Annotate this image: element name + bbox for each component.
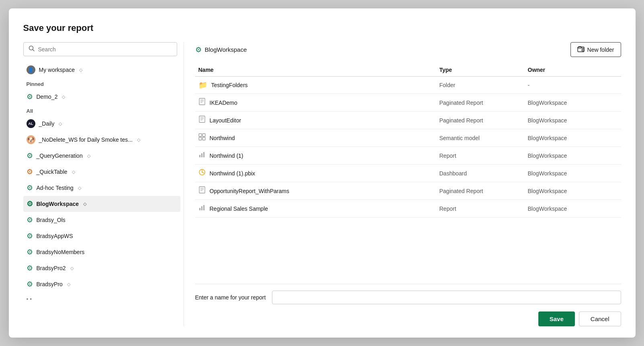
cancel-button[interactable]: Cancel <box>579 311 621 326</box>
table-row[interactable]: Northwind Semantic model BlogWorkspace <box>195 129 621 147</box>
sidebar-item-blogworkspace[interactable]: ⚙ BlogWorkspace ◇ <box>23 196 180 212</box>
cell-name: Northwind (1) <box>195 151 436 160</box>
sidebar-item-bradsynomembers[interactable]: ⚙ BradsyNoMembers <box>23 244 180 260</box>
item-type: Paginated Report <box>440 100 483 106</box>
paginated-report-icon <box>198 186 206 195</box>
svg-rect-6 <box>199 98 205 105</box>
cell-owner: - <box>525 82 613 88</box>
cell-name: OpportunityReport_WithParams <box>195 186 436 195</box>
item-name: Regional Sales Sample <box>210 206 268 212</box>
search-input[interactable] <box>38 46 172 53</box>
workspace-icon-orange: ⚙ <box>27 167 33 176</box>
diamond-icon: ◇ <box>62 94 65 100</box>
sidebar-item-more[interactable]: • • <box>23 292 180 306</box>
cell-owner: BlogWorkspace <box>525 135 613 141</box>
table-row[interactable]: Regional Sales Sample Report BlogWorkspa… <box>195 200 621 218</box>
sidebar-item-bradsypro[interactable]: ⚙ BradsyPro ◇ <box>23 276 180 292</box>
report-name-input[interactable] <box>272 291 621 304</box>
all-label: All <box>23 105 184 116</box>
cell-name: LayoutEditor <box>195 116 436 125</box>
sidebar-item-querygeneration[interactable]: ⚙ _QueryGeneration ◇ <box>23 148 180 164</box>
item-owner: BlogWorkspace <box>528 188 567 194</box>
table-row[interactable]: Northwind (1) Report BlogWorkspace <box>195 147 621 165</box>
diamond-icon: ◇ <box>70 266 74 271</box>
pinned-label: Pinned <box>23 78 184 89</box>
diamond-icon: ◇ <box>67 282 70 287</box>
cell-type: Semantic model <box>436 135 525 141</box>
bottom-area: Enter a name for your report Save Cancel <box>195 284 621 326</box>
svg-rect-28 <box>203 205 204 210</box>
item-owner: BlogWorkspace <box>528 206 567 212</box>
sidebar-item-label: Demo_2 <box>37 94 58 100</box>
table-row[interactable]: OpportunityReport_WithParams Paginated R… <box>195 182 621 200</box>
workspace-icon: ⚙ <box>27 216 33 224</box>
workspace-icon: ⚙ <box>27 151 33 160</box>
item-name: Northwind (1) <box>210 153 243 159</box>
svg-rect-15 <box>202 134 205 136</box>
table-body: 📁 TestingFolders Folder - <box>195 77 621 277</box>
sidebar-item-label: _NoDelete_WS for Daily Smoke tes... <box>39 136 133 143</box>
cell-name: Northwind <box>195 133 436 142</box>
report-name-row: Enter a name for your report <box>195 291 621 304</box>
save-button[interactable]: Save <box>538 311 575 326</box>
folder-icon: 📁 <box>198 81 207 90</box>
sidebar-item-bradsyols[interactable]: ⚙ Bradsy_Ols <box>23 212 180 228</box>
cell-owner: BlogWorkspace <box>525 188 613 194</box>
workspace-icon: ⚙ <box>27 199 33 208</box>
svg-rect-27 <box>201 206 202 210</box>
my-workspace-avatar: 👤 <box>27 65 35 74</box>
diamond-icon: ◇ <box>137 137 140 142</box>
sidebar-item-adhoc[interactable]: ⚙ Ad-hoc Testing ◇ <box>23 180 180 196</box>
svg-rect-14 <box>199 134 202 136</box>
sidebar-item-label: _QuickTable <box>37 169 67 175</box>
sidebar-item-myworkspace[interactable]: 👤 My workspace ◇ <box>23 62 180 78</box>
workspace-icon: ⚙ <box>27 264 33 273</box>
workspace-icon: ⚙ <box>27 92 33 101</box>
daily-avatar: AL <box>27 119 35 128</box>
my-workspace-diamond-icon: ◇ <box>79 67 82 73</box>
diamond-icon: ◇ <box>83 201 86 207</box>
svg-rect-17 <box>202 137 205 140</box>
nodelete-avatar: 🐶 <box>27 135 35 144</box>
breadcrumb: BlogWorkspace <box>205 46 247 53</box>
item-type: Paginated Report <box>440 188 483 194</box>
sidebar-item-label: _Daily <box>39 120 55 127</box>
item-owner: BlogWorkspace <box>528 153 567 159</box>
sidebar-item-quicktable[interactable]: ⚙ _QuickTable ◇ <box>23 164 180 180</box>
sidebar-item-nodelete[interactable]: 🐶 _NoDelete_WS for Daily Smoke tes... ◇ <box>23 132 180 148</box>
item-owner: BlogWorkspace <box>528 135 567 141</box>
cell-type: Paginated Report <box>436 188 525 194</box>
table-row[interactable]: IKEADemo Paginated Report BlogWorkspace <box>195 94 621 112</box>
table-row[interactable]: LayoutEditor Paginated Report BlogWorksp… <box>195 112 621 129</box>
cell-type: Report <box>436 153 525 159</box>
sidebar-item-bradsypro2[interactable]: ⚙ BradsyPro2 ◇ <box>23 260 180 276</box>
sidebar-item-daily[interactable]: AL _Daily ◇ <box>23 116 180 132</box>
cell-owner: BlogWorkspace <box>525 170 613 177</box>
new-folder-label: New folder <box>587 47 614 53</box>
report-bar-icon <box>198 151 206 160</box>
sidebar-item-label: BlogWorkspace <box>37 201 79 207</box>
save-report-dialog: Save your report 👤 My workspace ◇ <box>9 8 636 338</box>
breadcrumb-area: ⚙ BlogWorkspace <box>195 45 247 54</box>
table-row[interactable]: 📁 TestingFolders Folder - <box>195 77 621 94</box>
sidebar-item-bradsyappws[interactable]: ⚙ BradsyAppWS <box>23 228 180 244</box>
item-type: Semantic model <box>440 135 480 141</box>
paginated-report-icon <box>198 116 206 125</box>
cell-type: Paginated Report <box>436 117 525 124</box>
item-name: Northwind (1).pbix <box>210 170 256 177</box>
item-owner: - <box>528 82 530 88</box>
sidebar-item-label: BradsyNoMembers <box>37 249 85 255</box>
cell-owner: BlogWorkspace <box>525 206 613 212</box>
table-row[interactable]: Northwind (1).pbix Dashboard BlogWorkspa… <box>195 165 621 182</box>
item-owner: BlogWorkspace <box>528 117 567 124</box>
breadcrumb-icon: ⚙ <box>195 45 202 54</box>
diamond-icon: ◇ <box>59 121 62 126</box>
report-name-label: Enter a name for your report <box>195 294 266 301</box>
report-bar-icon <box>198 204 206 213</box>
sidebar-item-label: BradsyPro2 <box>37 265 66 271</box>
diamond-icon: ◇ <box>78 185 81 191</box>
search-box[interactable] <box>23 42 177 56</box>
sidebar-item-demo2[interactable]: ⚙ Demo_2 ◇ <box>23 89 180 105</box>
cell-type: Dashboard <box>436 170 525 177</box>
new-folder-button[interactable]: New folder <box>570 42 621 57</box>
